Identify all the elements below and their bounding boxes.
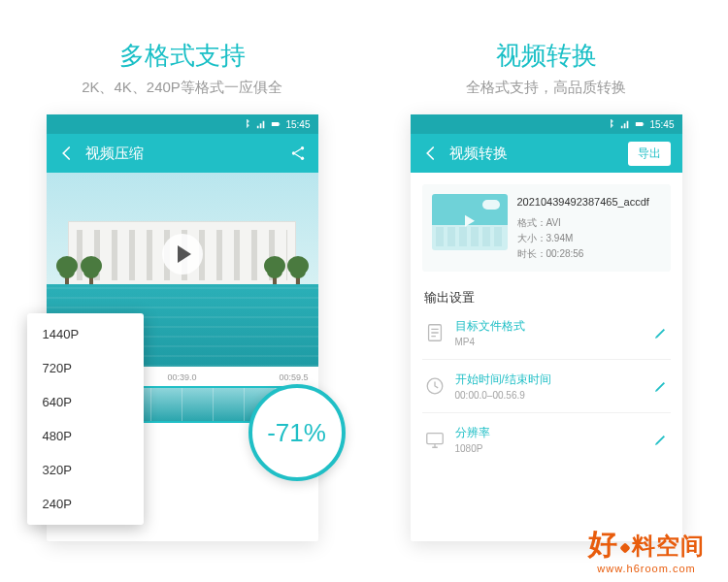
setting-value: 00:00.0–00.56.9 bbox=[455, 390, 644, 401]
app-bar: 视频压缩 bbox=[47, 134, 318, 173]
signal-icon bbox=[256, 119, 266, 129]
back-icon[interactable] bbox=[422, 145, 440, 162]
signal-icon bbox=[620, 119, 630, 129]
monitor-icon bbox=[424, 429, 446, 450]
bluetooth-icon bbox=[242, 119, 251, 129]
svg-rect-9 bbox=[426, 433, 443, 443]
back-icon[interactable] bbox=[58, 145, 76, 162]
source-file-card[interactable]: 20210439492387465_accdf 格式：AVI 大小：3.94M … bbox=[422, 184, 671, 272]
svg-rect-6 bbox=[644, 123, 645, 125]
status-bar: 15:45 bbox=[47, 114, 318, 134]
app-bar-title: 视频转换 bbox=[449, 145, 628, 163]
app-bar: 视频转换 导出 bbox=[411, 134, 682, 173]
battery-icon bbox=[271, 119, 281, 129]
resolution-option[interactable]: 1440P bbox=[27, 317, 144, 351]
resolution-option[interactable]: 320P bbox=[27, 453, 144, 487]
setting-value: 1080P bbox=[455, 443, 644, 454]
feature-subtitle-left: 2K、4K、240P等格式一应俱全 bbox=[82, 79, 282, 97]
resolution-option[interactable]: 640P bbox=[27, 385, 144, 419]
export-button[interactable]: 导出 bbox=[628, 142, 671, 166]
setting-target-format[interactable]: 目标文件格式 MP4 bbox=[422, 307, 671, 360]
resolution-option[interactable]: 720P bbox=[27, 351, 144, 385]
resolution-option[interactable]: 480P bbox=[27, 419, 144, 453]
trim-end-time: 00:59.5 bbox=[279, 372, 308, 382]
clock-icon bbox=[424, 375, 446, 397]
setting-time-range[interactable]: 开始时间/结束时间 00:00.0–00.56.9 bbox=[422, 360, 671, 413]
setting-label: 开始时间/结束时间 bbox=[455, 372, 644, 388]
share-icon[interactable] bbox=[289, 145, 307, 162]
setting-resolution[interactable]: 分辨率 1080P bbox=[422, 413, 671, 466]
status-time: 15:45 bbox=[285, 119, 310, 130]
svg-point-2 bbox=[300, 146, 303, 149]
status-time: 15:45 bbox=[649, 119, 674, 130]
document-icon bbox=[424, 322, 446, 343]
watermark-logo: 好料空间 www.h6room.com bbox=[588, 525, 705, 574]
setting-value: MP4 bbox=[455, 337, 644, 347]
resolution-option[interactable]: 240P bbox=[27, 487, 144, 521]
file-name: 20210439492387465_accdf bbox=[517, 194, 661, 211]
output-settings-title: 输出设置 bbox=[411, 283, 682, 307]
resolution-popup: 1440P 720P 640P 480P 320P 240P bbox=[27, 313, 144, 525]
svg-point-4 bbox=[300, 157, 303, 160]
setting-label: 目标文件格式 bbox=[455, 318, 644, 335]
edit-icon[interactable] bbox=[653, 378, 669, 394]
feature-subtitle-right: 全格式支持，高品质转换 bbox=[466, 79, 626, 97]
app-bar-title: 视频压缩 bbox=[85, 145, 289, 163]
feature-title-left: 多格式支持 bbox=[119, 39, 246, 73]
setting-label: 分辨率 bbox=[455, 425, 644, 441]
edit-icon[interactable] bbox=[653, 432, 669, 447]
phone-compress: 15:45 视频压缩 00:00.0 00:39.0 bbox=[47, 114, 318, 541]
status-bar: 15:45 bbox=[411, 114, 682, 134]
svg-point-3 bbox=[291, 151, 294, 154]
battery-icon bbox=[635, 119, 645, 129]
svg-rect-1 bbox=[280, 123, 281, 125]
svg-rect-5 bbox=[636, 122, 644, 126]
trim-current-time: 00:39.0 bbox=[167, 372, 196, 382]
svg-rect-0 bbox=[272, 122, 280, 126]
edit-icon[interactable] bbox=[653, 325, 669, 340]
phone-convert: 15:45 视频转换 导出 20210439492387465_accdf 格式… bbox=[411, 114, 682, 541]
savings-badge: -71% bbox=[248, 384, 346, 481]
feature-title-right: 视频转换 bbox=[496, 39, 597, 73]
play-icon[interactable] bbox=[162, 234, 203, 275]
bluetooth-icon bbox=[606, 119, 615, 129]
file-thumbnail bbox=[432, 194, 508, 250]
